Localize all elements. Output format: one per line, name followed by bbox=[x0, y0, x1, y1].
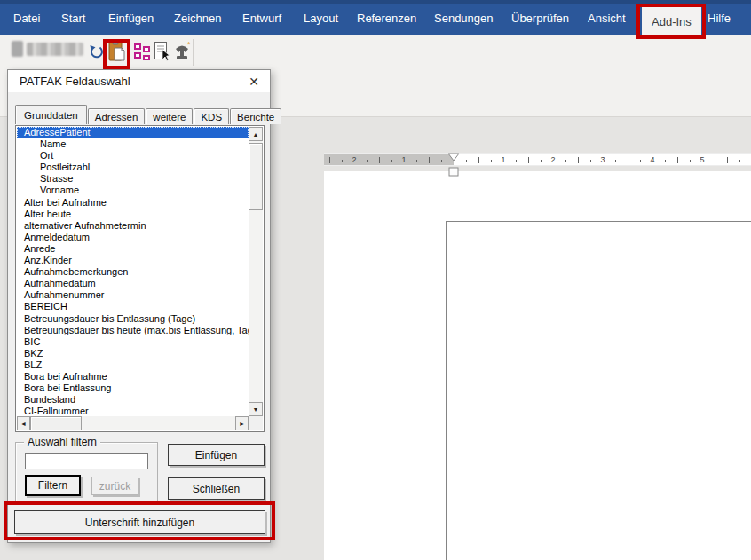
list-item[interactable]: Alter bei Aufnahme bbox=[17, 197, 249, 209]
ruler-tick bbox=[578, 157, 579, 163]
list-item[interactable]: BIC bbox=[17, 336, 249, 348]
document-select-icon[interactable] bbox=[153, 40, 172, 63]
ribbon-tab-sendungen[interactable]: Sendungen bbox=[434, 0, 494, 35]
list-item[interactable]: Bundesland bbox=[17, 394, 249, 406]
list-item[interactable]: Vorname bbox=[17, 185, 249, 196]
list-item[interactable]: Anrede bbox=[17, 243, 249, 255]
field-listbox: AdressePatientNameOrtPostleitzahlStrasse… bbox=[15, 125, 265, 432]
scrollbar-corner bbox=[249, 416, 263, 430]
ruler-tick bbox=[590, 160, 591, 162]
einfuegen-button[interactable]: Einfügen bbox=[168, 444, 265, 466]
list-item[interactable]: Postleitzahl bbox=[17, 162, 249, 173]
ruler-tick bbox=[441, 160, 442, 162]
fields-grid-icon[interactable] bbox=[132, 40, 152, 63]
list-item[interactable]: CI-Fallnummer bbox=[17, 406, 249, 416]
indent-marker[interactable] bbox=[443, 153, 466, 177]
list-item[interactable]: BLZ bbox=[17, 359, 249, 371]
ruler-tick bbox=[379, 157, 380, 163]
ruler-tick bbox=[677, 157, 678, 163]
ruler-tick bbox=[665, 160, 666, 162]
ribbon-tab-add-ins[interactable]: Add-Ins bbox=[642, 7, 701, 35]
ruler-label: 5 bbox=[700, 154, 704, 167]
list-item[interactable]: Aufnahmedatum bbox=[17, 278, 249, 289]
horizontal-scrollbar[interactable]: ◄ ► bbox=[17, 416, 249, 430]
ruler-tick bbox=[429, 157, 430, 163]
ruler-label: 1 bbox=[401, 154, 406, 167]
toolbar-divider bbox=[193, 39, 194, 66]
dialog-tab-grunddaten[interactable]: Grunddaten bbox=[15, 105, 87, 124]
dialog-titlebar[interactable]: PATFAK Feldauswahl ✕ bbox=[8, 70, 270, 92]
ruler-tick bbox=[478, 157, 479, 163]
ribbon-tab-entwurf[interactable]: Entwurf bbox=[242, 0, 281, 35]
scroll-up-button[interactable]: ▲ bbox=[249, 127, 263, 141]
scroll-left-button[interactable]: ◄ bbox=[17, 416, 30, 430]
list-item[interactable]: Ort bbox=[17, 150, 249, 162]
ruler-tick bbox=[491, 160, 492, 162]
ruler-label: 2 bbox=[352, 154, 356, 167]
ribbon-tab-referenzen[interactable]: Referenzen bbox=[357, 0, 416, 35]
ribbon-tab-start[interactable]: Start bbox=[61, 0, 85, 35]
schliessen-button[interactable]: Schließen bbox=[168, 477, 265, 500]
list-item[interactable]: Betreuungsdauer bis Entlassung (Tage) bbox=[17, 313, 249, 325]
scroll-right-button[interactable]: ► bbox=[235, 416, 249, 430]
list-item[interactable]: Anmeldedatum bbox=[17, 232, 249, 243]
scroll-down-button[interactable]: ▼ bbox=[249, 402, 263, 416]
redacted-toolbar-button[interactable] bbox=[27, 43, 83, 56]
paste-clipboard-icon[interactable] bbox=[107, 40, 126, 63]
list-item[interactable]: Strasse bbox=[17, 173, 249, 185]
ruler-tick bbox=[367, 160, 368, 162]
ribbon-tab--berpr-fen[interactable]: Überprüfen bbox=[511, 0, 569, 35]
list-item[interactable]: Aufnahmenummer bbox=[17, 289, 249, 301]
list-item[interactable]: BEREICH bbox=[17, 301, 249, 312]
ruler-tick bbox=[739, 160, 740, 162]
vertical-scrollbar[interactable]: ▲ ▼ bbox=[249, 127, 263, 416]
unterschrift-hinzufuegen-button[interactable]: Unterschrift hinzufügen bbox=[14, 510, 265, 534]
filter-groupbox: Auswahl filtern Filtern zurück bbox=[15, 442, 158, 502]
list-item[interactable]: Betreuungsdauer bis heute (max.bis Entla… bbox=[17, 325, 249, 336]
ribbon-tab-einf-gen[interactable]: Einfügen bbox=[108, 0, 154, 35]
text-frame-border bbox=[446, 221, 751, 560]
ruler-tick bbox=[329, 157, 330, 163]
patfak-feldauswahl-dialog: PATFAK Feldauswahl ✕ GrunddatenAdressenw… bbox=[7, 69, 271, 543]
list-item[interactable]: Bora bei Aufnahme bbox=[17, 371, 249, 383]
redacted-toolbar-icon[interactable] bbox=[12, 41, 23, 57]
list-item[interactable]: Anz.Kinder bbox=[17, 255, 249, 266]
ribbon-tab-datei[interactable]: Datei bbox=[13, 0, 40, 35]
horizontal-ruler: 2112345 bbox=[324, 153, 751, 166]
undo-icon bbox=[88, 43, 104, 59]
ruler-margin-area bbox=[324, 154, 454, 165]
horizontal-scroll-thumb[interactable] bbox=[30, 416, 82, 430]
dialog-tab-berichte[interactable]: Berichte bbox=[230, 108, 281, 124]
list-item[interactable]: Aufnahmebemerkungen bbox=[17, 266, 249, 278]
dialog-tab-strip: GrunddatenAdressenweitereKDSBerichte bbox=[15, 105, 282, 124]
ruler-tick bbox=[690, 160, 691, 162]
list-item[interactable]: Alter heute bbox=[17, 209, 249, 220]
phone-icon[interactable]: * bbox=[173, 40, 193, 63]
fields-grid-icon bbox=[133, 42, 151, 61]
ruler-tick bbox=[541, 160, 542, 162]
ribbon-tab-hilfe[interactable]: Hilfe bbox=[708, 0, 731, 35]
dialog-tab-weitere[interactable]: weitere bbox=[146, 108, 193, 124]
ruler-tick bbox=[628, 157, 628, 163]
list-item[interactable]: Bora bei Entlassung bbox=[17, 383, 249, 394]
filter-input[interactable] bbox=[25, 453, 148, 469]
list-item[interactable]: AdressePatient bbox=[17, 127, 249, 138]
vertical-scroll-thumb[interactable] bbox=[249, 143, 263, 210]
phone-icon: * bbox=[173, 41, 193, 62]
ribbon-tab-layout[interactable]: Layout bbox=[304, 0, 338, 35]
ruler-label: 2 bbox=[550, 154, 555, 167]
dialog-tab-kds[interactable]: KDS bbox=[194, 108, 229, 124]
zurueck-button[interactable]: zurück bbox=[91, 477, 138, 495]
undo-icon[interactable] bbox=[86, 40, 106, 63]
dialog-tab-adressen[interactable]: Adressen bbox=[88, 108, 146, 124]
list-item[interactable]: Name bbox=[17, 138, 249, 150]
ruler-tick bbox=[342, 160, 343, 162]
filter-group-label: Auswahl filtern bbox=[24, 436, 100, 448]
list-item[interactable]: alternativer Aufnahmetermin bbox=[17, 220, 249, 232]
close-icon[interactable]: ✕ bbox=[241, 70, 266, 92]
list-item[interactable]: BKZ bbox=[17, 348, 249, 359]
ribbon-tab-zeichnen[interactable]: Zeichnen bbox=[174, 0, 221, 35]
ribbon-tab-ansicht[interactable]: Ansicht bbox=[588, 0, 626, 35]
filtern-button[interactable]: Filtern bbox=[25, 475, 81, 496]
dialog-title: PATFAK Feldauswahl bbox=[8, 75, 130, 88]
